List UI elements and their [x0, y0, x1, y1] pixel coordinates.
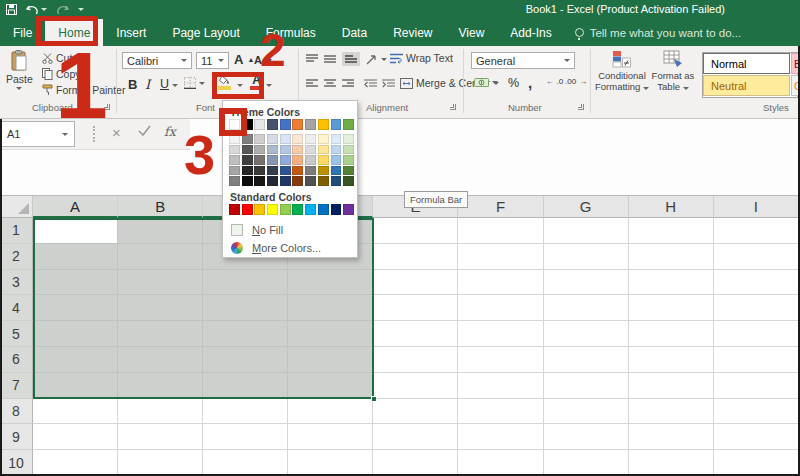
cell-G8[interactable]	[544, 399, 629, 425]
theme-tint-swatch-9-4[interactable]	[343, 176, 354, 186]
theme-tint-swatch-2-0[interactable]	[254, 134, 265, 144]
wrap-text-button[interactable]: Wrap Text	[390, 52, 453, 64]
cell-I10[interactable]	[714, 450, 799, 476]
standard-color-swatch-2[interactable]	[254, 204, 265, 215]
tab-review[interactable]: Review	[380, 19, 445, 46]
cell-G1[interactable]	[544, 218, 629, 244]
theme-tint-swatch-5-4[interactable]	[292, 176, 303, 186]
cell-B8[interactable]	[118, 399, 203, 425]
cell-I4[interactable]	[714, 295, 799, 321]
cell-H10[interactable]	[629, 450, 714, 476]
increase-decimal-button[interactable]: ←.0	[546, 77, 563, 86]
theme-tint-swatch-7-2[interactable]	[318, 155, 329, 165]
column-header-I[interactable]: I	[714, 196, 799, 218]
cell-A5[interactable]	[33, 321, 118, 347]
cell-C3[interactable]	[203, 270, 288, 296]
cell-E5[interactable]	[373, 321, 458, 347]
cell-A6[interactable]	[33, 347, 118, 373]
paste-button[interactable]: Paste	[6, 50, 33, 90]
cell-A10[interactable]	[33, 450, 118, 476]
theme-color-swatch-2[interactable]	[254, 119, 265, 130]
more-colors-item[interactable]: More Colors...	[223, 239, 357, 257]
theme-tint-swatch-4-3[interactable]	[280, 166, 291, 176]
cell-A1[interactable]	[33, 218, 118, 244]
formula-bar-expanded-area[interactable]	[0, 150, 800, 196]
increase-indent-button[interactable]	[382, 79, 395, 89]
cell-C5[interactable]	[203, 321, 288, 347]
theme-tint-swatch-9-3[interactable]	[343, 166, 354, 176]
cell-F5[interactable]	[458, 321, 543, 347]
theme-tint-swatch-8-0[interactable]	[331, 134, 342, 144]
theme-tint-swatch-6-4[interactable]	[305, 176, 316, 186]
cell-D4[interactable]	[288, 295, 373, 321]
orientation-button[interactable]	[366, 53, 387, 65]
cell-G5[interactable]	[544, 321, 629, 347]
cell-G3[interactable]	[544, 270, 629, 296]
borders-button[interactable]	[184, 77, 205, 89]
enter-button[interactable]	[138, 124, 151, 139]
cell-D7[interactable]	[288, 373, 373, 399]
tab-data[interactable]: Data	[329, 19, 380, 46]
theme-tint-swatch-1-4[interactable]	[242, 176, 253, 186]
row-header-10[interactable]: 10	[0, 450, 33, 476]
theme-tint-swatch-8-3[interactable]	[331, 166, 342, 176]
cancel-button[interactable]: ×	[112, 124, 121, 141]
font-color-dropdown[interactable]	[266, 84, 272, 87]
theme-tint-swatch-7-3[interactable]	[318, 166, 329, 176]
standard-color-swatch-8[interactable]	[331, 204, 342, 215]
cell-I1[interactable]	[714, 218, 799, 244]
theme-tint-swatch-8-1[interactable]	[331, 145, 342, 155]
theme-color-swatch-7[interactable]	[318, 119, 329, 130]
theme-tint-swatch-9-0[interactable]	[343, 134, 354, 144]
cell-G4[interactable]	[544, 295, 629, 321]
standard-color-swatch-3[interactable]	[267, 204, 278, 215]
cell-F8[interactable]	[458, 399, 543, 425]
row-header-3[interactable]: 3	[0, 270, 33, 296]
font-size-select[interactable]: 11	[196, 52, 229, 69]
theme-color-swatch-6[interactable]	[305, 119, 316, 130]
cut-button[interactable]: Cut	[42, 52, 72, 64]
cell-G7[interactable]	[544, 373, 629, 399]
tab-file[interactable]: File	[0, 19, 45, 46]
cell-A8[interactable]	[33, 399, 118, 425]
standard-color-swatch-7[interactable]	[318, 204, 329, 215]
tab-page-layout[interactable]: Page Layout	[159, 19, 252, 46]
clipboard-dialog-launcher[interactable]	[104, 104, 110, 110]
cell-G6[interactable]	[544, 347, 629, 373]
theme-color-swatch-5[interactable]	[292, 119, 303, 130]
theme-tint-swatch-1-2[interactable]	[242, 155, 253, 165]
theme-tint-swatch-4-2[interactable]	[280, 155, 291, 165]
fill-handle[interactable]	[371, 396, 377, 402]
formula-bar-resizer[interactable]	[93, 126, 95, 142]
theme-tint-swatch-2-2[interactable]	[254, 155, 265, 165]
cell-A2[interactable]	[33, 244, 118, 270]
copy-button[interactable]: Copy	[42, 68, 90, 80]
cell-F4[interactable]	[458, 295, 543, 321]
theme-tint-swatch-3-3[interactable]	[267, 166, 278, 176]
theme-tint-swatch-7-4[interactable]	[318, 176, 329, 186]
cell-I2[interactable]	[714, 244, 799, 270]
standard-color-swatch-5[interactable]	[292, 204, 303, 215]
alignment-dialog-launcher[interactable]	[450, 104, 456, 110]
italic-button[interactable]: I	[145, 77, 150, 92]
comma-style-button[interactable]: ,	[528, 74, 532, 91]
column-header-B[interactable]: B	[118, 196, 203, 218]
tab-home[interactable]: Home	[45, 19, 103, 46]
cell-I7[interactable]	[714, 373, 799, 399]
increase-font-size-button[interactable]: A▲	[234, 52, 254, 67]
standard-color-swatch-9[interactable]	[343, 204, 354, 215]
fill-color-button[interactable]	[218, 75, 231, 90]
cell-H3[interactable]	[629, 270, 714, 296]
cell-H9[interactable]	[629, 424, 714, 450]
theme-tint-swatch-8-4[interactable]	[331, 176, 342, 186]
cell-E2[interactable]	[373, 244, 458, 270]
cell-E4[interactable]	[373, 295, 458, 321]
cell-H8[interactable]	[629, 399, 714, 425]
tab-formulas[interactable]: Formulas	[253, 19, 329, 46]
cell-C9[interactable]	[203, 424, 288, 450]
cell-C7[interactable]	[203, 373, 288, 399]
theme-tint-swatch-3-0[interactable]	[267, 134, 278, 144]
theme-color-swatch-9[interactable]	[343, 119, 354, 130]
cell-F9[interactable]	[458, 424, 543, 450]
theme-color-swatch-1[interactable]	[242, 119, 253, 130]
